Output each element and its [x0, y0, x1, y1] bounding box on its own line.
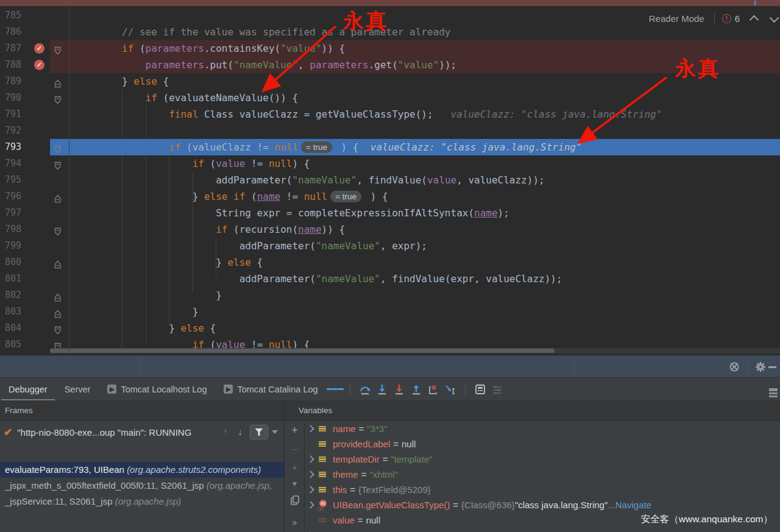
breakpoint-gutter[interactable]: [29, 188, 50, 205]
variable-row[interactable]: valueClazz={Class@636} "class java.lang.…: [305, 528, 780, 532]
tab-tomcat-localhost-log[interactable]: ▶ Tomcat Localhost Log: [99, 378, 215, 401]
frame-up-icon[interactable]: ↑: [223, 427, 228, 438]
variable-row[interactable]: name="3*3": [305, 421, 780, 436]
drop-frame-icon[interactable]: [425, 381, 442, 398]
expand-chevron-icon[interactable]: [305, 487, 316, 492]
tab-debugger[interactable]: Debugger: [0, 378, 56, 401]
reader-mode-button[interactable]: Reader Mode: [649, 13, 704, 24]
variable-row[interactable]: this={TextField@5209}: [305, 482, 780, 497]
settings-gear-icon[interactable]: [755, 361, 766, 372]
code-line[interactable]: 788✓ parameters.put("nameValue", paramet…: [0, 57, 780, 73]
code-line[interactable]: 800 } else {: [0, 254, 780, 271]
breakpoint-gutter[interactable]: [29, 238, 50, 254]
expand-chevron-icon[interactable]: [305, 472, 316, 477]
evaluate-expression-icon[interactable]: [472, 381, 489, 398]
code-line[interactable]: 798 if (recursion(name)) {: [0, 221, 780, 238]
code-line[interactable]: 796 } else if (name != null= true ) {: [0, 188, 780, 205]
line-number[interactable]: 785: [0, 7, 29, 24]
variable-row[interactable]: providedLabel=null: [305, 436, 780, 452]
run-to-cursor-icon[interactable]: [442, 381, 459, 398]
code-line[interactable]: 794 if (value != null) {: [0, 155, 780, 172]
breakpoint-gutter[interactable]: [29, 320, 50, 336]
step-over-icon[interactable]: [356, 381, 374, 398]
code-line[interactable]: 797 String expr = completeExpressionIfAl…: [0, 205, 780, 221]
frame-row[interactable]: _jspService:11, S2061_jsp (org.apache.js…: [0, 494, 284, 509]
line-number[interactable]: 795: [0, 172, 29, 188]
breakpoint-icon[interactable]: ✓: [34, 43, 44, 54]
copy-icon[interactable]: [285, 495, 305, 507]
breakpoint-gutter[interactable]: [29, 90, 50, 106]
breakpoint-gutter[interactable]: [29, 336, 50, 353]
code-line[interactable]: 789 } else {: [0, 73, 780, 90]
inspection-widget[interactable]: Reader Mode ! 6: [649, 11, 778, 26]
frame-row[interactable]: evaluateParams:793, UIBean (org.apache.s…: [0, 462, 284, 478]
scrollbar-thumb[interactable]: [50, 349, 555, 353]
code-line[interactable]: 792: [0, 122, 780, 139]
previous-error-icon[interactable]: [750, 15, 759, 24]
tab-tomcat-catalina-log[interactable]: ▶ Tomcat Catalina Log: [215, 378, 326, 401]
tab-server[interactable]: Server: [56, 378, 99, 401]
code-line[interactable]: 791 final Class valueClazz = getValueCla…: [0, 106, 780, 122]
frame-row[interactable]: _jspx_meth_s_005ftextfield_005f0:11, S20…: [0, 478, 284, 494]
remove-watch-icon[interactable]: −: [285, 443, 305, 456]
line-number[interactable]: 791: [0, 106, 29, 122]
line-number[interactable]: 800: [0, 254, 29, 271]
expand-chevron-icon[interactable]: [305, 456, 316, 462]
line-number[interactable]: 804: [0, 320, 29, 336]
line-number[interactable]: 794: [0, 155, 29, 172]
code-line[interactable]: 804 } else {: [0, 320, 780, 336]
hide-frames-filter-button[interactable]: [250, 425, 268, 439]
line-number[interactable]: 803: [0, 303, 29, 320]
line-number[interactable]: 798: [0, 221, 29, 238]
breakpoint-gutter[interactable]: ✓: [29, 57, 50, 73]
breakpoint-gutter[interactable]: [29, 139, 50, 155]
code-line[interactable]: 793 if (valueClazz != null= true ) { val…: [0, 139, 780, 155]
next-error-icon[interactable]: [770, 13, 779, 23]
line-number[interactable]: 788: [0, 57, 29, 73]
line-number[interactable]: 793: [0, 139, 29, 155]
expand-chevron-icon[interactable]: [305, 502, 316, 508]
filter-dropdown-icon[interactable]: [272, 430, 278, 434]
move-down-icon[interactable]: ▼: [285, 480, 305, 488]
threads-view-icon[interactable]: [327, 381, 344, 398]
line-number[interactable]: 796: [0, 188, 29, 205]
breakpoint-gutter[interactable]: [29, 122, 50, 139]
frame-list[interactable]: evaluateParams:793, UIBean (org.apache.s…: [0, 462, 284, 509]
line-number[interactable]: 797: [0, 205, 29, 221]
line-number[interactable]: 805: [0, 336, 29, 353]
variable-row[interactable]: templateDir="template": [305, 452, 780, 467]
line-number[interactable]: 802: [0, 287, 29, 303]
breakpoint-icon[interactable]: ✓: [34, 60, 44, 70]
breakpoint-gutter[interactable]: [29, 221, 50, 238]
breakpoint-gutter[interactable]: [29, 106, 50, 122]
code-line[interactable]: 787✓ if (parameters.containsKey("value")…: [0, 40, 780, 57]
line-number[interactable]: 799: [0, 238, 29, 254]
move-up-icon[interactable]: ▲: [285, 463, 305, 471]
step-into-icon[interactable]: [374, 381, 391, 398]
thread-selector[interactable]: ✔ "http-nio-8080-exe...oup "main": RUNNI…: [0, 422, 284, 442]
more-actions-icon[interactable]: »: [285, 517, 305, 527]
breakpoint-gutter[interactable]: [29, 24, 50, 40]
line-number[interactable]: 786: [0, 24, 29, 40]
breakpoint-gutter[interactable]: [29, 155, 50, 172]
add-watch-icon[interactable]: +: [285, 424, 305, 437]
breakpoint-gutter[interactable]: [29, 254, 50, 271]
code-lines[interactable]: 785786 // see if the value was specified…: [0, 7, 780, 353]
code-line[interactable]: 790 if (evaluateNameValue()) {: [0, 90, 780, 106]
code-line[interactable]: 799 addParameter("nameValue", expr);: [0, 238, 780, 254]
code-line[interactable]: 802 }: [0, 287, 780, 303]
breakpoint-gutter[interactable]: ✓: [29, 40, 50, 57]
breakpoint-gutter[interactable]: [29, 271, 50, 287]
line-number[interactable]: 787: [0, 40, 29, 57]
variable-row[interactable]: theme="xhtml": [305, 467, 780, 482]
panel-splitter[interactable]: [284, 400, 285, 532]
breakpoint-gutter[interactable]: [29, 172, 50, 188]
navigate-link[interactable]: Navigate: [615, 500, 651, 510]
force-step-into-icon[interactable]: [391, 381, 408, 398]
line-number[interactable]: 801: [0, 271, 29, 287]
frame-down-icon[interactable]: ↓: [238, 427, 243, 438]
code-line[interactable]: 786 // see if the value was specified as…: [0, 24, 780, 40]
variable-row[interactable]: mUIBean.getValueClassType()={Class@636} …: [305, 497, 780, 512]
line-number[interactable]: 792: [0, 122, 29, 139]
restore-layout-icon[interactable]: [769, 387, 778, 391]
